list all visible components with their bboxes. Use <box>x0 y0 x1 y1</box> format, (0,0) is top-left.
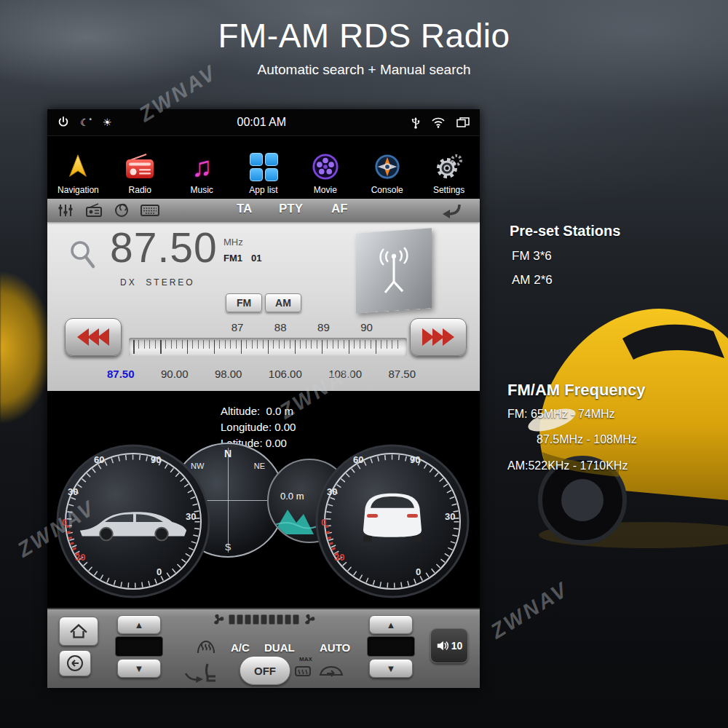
am-range-line: AM:522KHz - 1710KHz <box>507 459 628 472</box>
app-console[interactable]: Console <box>356 136 418 199</box>
seek-down-button[interactable] <box>65 318 122 356</box>
app-navigation[interactable]: Navigation <box>47 136 109 199</box>
scale-number: 87 <box>232 321 244 333</box>
gauge-number: 0 <box>321 517 326 528</box>
volume-button[interactable]: 10 <box>430 628 468 663</box>
return-button[interactable] <box>59 650 91 676</box>
music-icon: ♫ <box>191 151 213 183</box>
af-button[interactable]: AF <box>331 202 348 216</box>
preset-frequency[interactable]: 87.50 <box>107 368 135 380</box>
am-band-button[interactable]: AM <box>265 293 301 312</box>
band-label: FM1 <box>223 253 242 264</box>
antenna-graphic-tile <box>356 228 432 313</box>
seat-airflow-icon[interactable] <box>184 662 218 687</box>
app-label: Movie <box>314 185 337 195</box>
frequency-readout: 87.50 <box>110 223 218 272</box>
auto-button[interactable]: AUTO <box>320 641 350 654</box>
dx-stereo-indicator: DX STEREO <box>120 277 195 288</box>
app-radio[interactable]: Radio <box>109 136 171 199</box>
temp-display-right <box>367 636 415 657</box>
preset-frequency-row: 87.50 90.00 98.00 106.00 108.00 87.50 <box>47 368 480 380</box>
climate-control-bar: ▲ ▼ <box>47 608 480 688</box>
compass-south-label: S <box>225 542 232 553</box>
app-settings[interactable]: Settings <box>418 136 480 199</box>
temp-down-right-button[interactable]: ▼ <box>369 659 413 678</box>
console-icon <box>373 151 401 183</box>
preset-stations-title: Pre-set Stations <box>510 223 620 240</box>
temp-down-left-button[interactable]: ▼ <box>117 659 161 678</box>
pty-button[interactable]: PTY <box>279 202 303 216</box>
volume-level: 10 <box>451 640 463 652</box>
ac-button[interactable]: A/C <box>231 641 250 654</box>
down-arrow-icon: ▼ <box>135 664 144 673</box>
window-switch-icon[interactable] <box>456 117 470 127</box>
app-music[interactable]: ♫ Music <box>171 136 233 199</box>
gauge-number: 30 <box>327 486 337 497</box>
fm-range-line1: FM: 65MHz - 74MHz <box>507 408 615 421</box>
brightness-icon[interactable]: ☀ <box>103 117 112 127</box>
keyboard-icon[interactable] <box>141 204 159 217</box>
app-label: Navigation <box>58 185 99 195</box>
background-car-left <box>0 269 52 426</box>
air-recirculation-icon[interactable] <box>318 663 344 682</box>
scale-major-ticks <box>133 340 403 354</box>
preset-frequency[interactable]: 108.00 <box>328 368 362 380</box>
gauge-number: 30 <box>68 486 78 497</box>
windshield-defrost-icon[interactable] <box>197 638 215 657</box>
left-speed-gauge: 60 90 30 0 30 0 30 <box>56 444 210 598</box>
ta-button[interactable]: TA <box>237 202 252 216</box>
altitude-bubble-value: 0.0 m <box>280 491 304 502</box>
gauge-number: 0 <box>157 566 162 577</box>
page: FM-AM RDS Radio Automatic search + Manua… <box>0 0 728 728</box>
head-unit-screen: ☾* ☀ 00:01 AM <box>47 109 480 688</box>
gauge-number: 60 <box>353 454 363 465</box>
tuning-scale[interactable]: 87 88 89 90 <box>129 321 407 359</box>
preset-frequency[interactable]: 106.00 <box>269 368 302 380</box>
temp-up-right-button[interactable]: ▲ <box>369 615 413 634</box>
seek-up-button[interactable] <box>410 318 467 356</box>
dual-button[interactable]: DUAL <box>264 641 295 654</box>
up-arrow-icon: ▲ <box>387 620 396 630</box>
climate-off-button[interactable]: OFF <box>240 656 290 685</box>
temp-display-left <box>115 636 163 657</box>
broadcast-antenna-icon <box>371 245 417 296</box>
fm-band-button[interactable]: FM <box>226 293 262 312</box>
app-movie[interactable]: Movie <box>294 136 356 199</box>
frequency-unit: MHz <box>223 237 243 248</box>
sedan-side-view-icon <box>76 499 190 545</box>
preset-frequency[interactable]: 90.00 <box>161 368 189 380</box>
preset-am-count: AM 2*6 <box>512 273 553 288</box>
statusbar-left-icons: ☾* ☀ <box>58 116 112 128</box>
preset-frequency[interactable]: 98.00 <box>215 368 242 380</box>
home-button[interactable] <box>59 617 98 646</box>
right-speed-gauge: 60 90 30 0 30 0 30 <box>315 444 470 598</box>
tuning-scale-track[interactable] <box>129 338 407 356</box>
max-label: MAX <box>299 656 312 662</box>
gauge-number: 30 <box>445 511 455 522</box>
gauge-number: 90 <box>151 454 161 465</box>
search-scan-icon[interactable] <box>68 240 97 273</box>
radio-app-panel: TA PTY AF 87.50 MHz FM1 01 <box>47 199 480 391</box>
back-arrow-icon[interactable] <box>440 202 462 221</box>
movie-reel-icon <box>312 151 339 183</box>
rear-defrost-icon[interactable] <box>295 665 311 681</box>
preset-frequency[interactable]: 87.50 <box>388 368 416 380</box>
rotary-knob-icon[interactable] <box>114 203 129 218</box>
statusbar-right-icons <box>411 116 470 129</box>
radio-mini-icon[interactable] <box>85 203 103 218</box>
app-launcher-row: Navigation Radio ♫ Music <box>47 136 480 199</box>
frequency-range-title: FM/AM Frequency <box>507 381 645 400</box>
power-icon[interactable] <box>58 116 69 128</box>
app-list[interactable]: App list <box>233 136 295 199</box>
radio-toolbar: TA PTY AF <box>47 199 480 222</box>
car-rear-view-icon <box>356 480 429 552</box>
watermark: ZWNAV <box>486 577 573 644</box>
status-bar: ☾* ☀ 00:01 AM <box>47 109 480 136</box>
navigation-icon <box>64 151 92 183</box>
compass-north-label: N <box>224 448 232 459</box>
equalizer-icon[interactable] <box>58 203 74 218</box>
compass-northeast-label: NE <box>254 462 265 470</box>
temp-up-left-button[interactable]: ▲ <box>117 615 161 634</box>
night-mode-icon[interactable]: ☾* <box>80 117 92 127</box>
wifi-icon <box>431 117 446 128</box>
